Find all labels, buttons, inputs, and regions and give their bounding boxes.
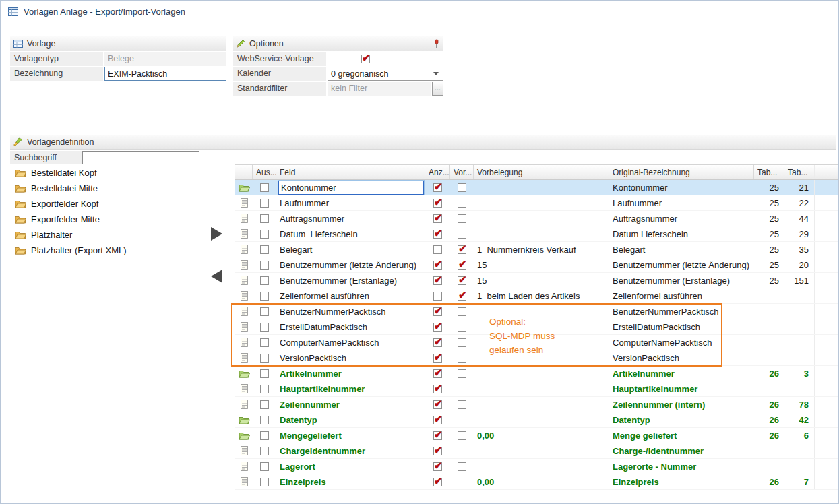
vor-checkbox[interactable] (458, 230, 466, 239)
category-item[interactable]: Bestelldatei Mitte (10, 181, 147, 196)
table-row[interactable]: Benutzernummer (Erstanlage)15Benutzernum… (235, 273, 838, 288)
aus-checkbox[interactable] (260, 261, 269, 270)
vor-checkbox[interactable] (458, 276, 466, 285)
table-row[interactable]: Zeilenformel ausführen1 beim Laden des A… (235, 288, 838, 304)
table-row[interactable]: LaufnummerLaufnummer2522 (235, 195, 838, 211)
vor-checkbox[interactable] (458, 369, 466, 378)
anz-checkbox[interactable] (433, 199, 442, 208)
table-row[interactable]: Datum_LieferscheinDatum Lieferschein2529 (235, 226, 838, 242)
column-header[interactable] (815, 165, 838, 179)
anz-checkbox[interactable] (433, 214, 442, 223)
column-header[interactable]: Tab... (784, 165, 815, 179)
category-item[interactable]: Exportfelder Kopf (10, 196, 147, 212)
aus-checkbox[interactable] (260, 292, 269, 301)
table-row[interactable]: DatentypDatentyp2642 (235, 412, 838, 428)
vor-checkbox[interactable] (458, 183, 466, 192)
table-row[interactable]: KontonummerKontonummer2521 (235, 180, 838, 195)
vor-checkbox[interactable] (458, 431, 466, 440)
column-header[interactable]: Original-Bezeichnung (609, 165, 754, 179)
table-row[interactable]: HauptartikelnummerHauptartikelnummer (235, 381, 838, 397)
aus-checkbox[interactable] (260, 400, 269, 409)
anz-checkbox[interactable] (433, 323, 442, 332)
vor-checkbox[interactable] (458, 199, 466, 208)
column-header[interactable]: Anz... (425, 165, 450, 179)
aus-checkbox[interactable] (260, 214, 269, 223)
vor-checkbox[interactable] (458, 354, 466, 363)
bezeichnung-input[interactable] (104, 67, 226, 81)
category-item[interactable]: Bestelldatei Kopf (10, 165, 147, 181)
vor-checkbox[interactable] (458, 478, 466, 486)
aus-checkbox[interactable] (260, 447, 269, 455)
vor-checkbox[interactable] (458, 245, 466, 254)
anz-checkbox[interactable] (433, 385, 442, 393)
anz-checkbox[interactable] (433, 292, 442, 301)
aus-checkbox[interactable] (260, 354, 269, 363)
table-row[interactable]: Mengegeliefert0,00Menge geliefert266 (235, 428, 838, 443)
vor-checkbox[interactable] (458, 307, 466, 316)
aus-checkbox[interactable] (260, 307, 269, 316)
aus-checkbox[interactable] (260, 323, 269, 332)
anz-checkbox[interactable] (433, 261, 442, 270)
table-row[interactable]: BenutzerNummerPacktischBenutzerNummerPac… (235, 304, 838, 319)
column-header[interactable]: Vor... (450, 165, 474, 179)
anz-checkbox[interactable] (433, 447, 442, 455)
column-header[interactable]: Vorbelegung (474, 165, 609, 179)
feld-edit-input[interactable]: Kontonummer (278, 181, 424, 195)
aus-checkbox[interactable] (260, 478, 269, 486)
pin-icon[interactable] (433, 39, 440, 49)
vor-checkbox[interactable] (458, 292, 466, 301)
anz-checkbox[interactable] (433, 462, 442, 471)
table-row[interactable]: AuftragsnummerAuftragsnummer2544 (235, 211, 838, 226)
vor-checkbox[interactable] (458, 416, 466, 424)
aus-checkbox[interactable] (260, 416, 269, 424)
category-item[interactable]: Platzhalter (10, 227, 147, 243)
aus-checkbox[interactable] (260, 183, 269, 192)
vor-checkbox[interactable] (458, 400, 466, 409)
anz-checkbox[interactable] (433, 245, 442, 254)
kalender-dropdown[interactable]: 0 gregorianisch (328, 67, 443, 81)
category-item[interactable]: Platzhalter (Export XML) (10, 243, 147, 258)
table-row[interactable]: LagerortLagerorte - Nummer (235, 459, 838, 474)
table-row[interactable]: Belegart1 Nummernkreis VerkaufBelegart25… (235, 242, 838, 257)
table-row[interactable]: Benutzernummer (letzte Änderung)15Benutz… (235, 257, 838, 273)
anz-checkbox[interactable] (433, 369, 442, 378)
anz-checkbox[interactable] (433, 478, 442, 486)
anz-checkbox[interactable] (433, 416, 442, 424)
table-row[interactable]: ZeilennummerZeilennummer (intern)2678 (235, 397, 838, 412)
table-row[interactable]: Einzelpreis0,00Einzelpreis267 (235, 474, 838, 490)
aus-checkbox[interactable] (260, 431, 269, 440)
column-header[interactable]: Feld (276, 165, 425, 179)
aus-checkbox[interactable] (260, 230, 269, 239)
aus-checkbox[interactable] (260, 369, 269, 378)
anz-checkbox[interactable] (433, 400, 442, 409)
anz-checkbox[interactable] (433, 338, 442, 347)
table-row[interactable]: ChargeIdentnummerCharge-/Identnummer (235, 443, 838, 459)
table-row[interactable]: ErstellDatumPacktischErstellDatumPacktis… (235, 319, 838, 335)
column-header[interactable]: Aus... (253, 165, 276, 179)
anz-checkbox[interactable] (433, 230, 442, 239)
column-header[interactable] (235, 165, 253, 179)
table-row[interactable]: ComputerNamePacktischComputerNamePacktis… (235, 335, 838, 350)
aus-checkbox[interactable] (260, 385, 269, 393)
anz-checkbox[interactable] (433, 354, 442, 363)
vor-checkbox[interactable] (458, 261, 466, 270)
table-row[interactable]: VersionPacktischVersionPacktisch (235, 350, 838, 366)
column-header[interactable]: Tab... (754, 165, 784, 179)
anz-checkbox[interactable] (433, 183, 442, 192)
aus-checkbox[interactable] (260, 245, 269, 254)
anz-checkbox[interactable] (433, 431, 442, 440)
aus-checkbox[interactable] (260, 276, 269, 285)
table-row[interactable]: ArtikelnummerArtikelnummer263 (235, 366, 838, 381)
vor-checkbox[interactable] (458, 323, 466, 332)
suchbegriff-input[interactable] (82, 151, 199, 164)
aus-checkbox[interactable] (260, 199, 269, 208)
vor-checkbox[interactable] (458, 447, 466, 455)
move-left-button[interactable] (211, 270, 222, 283)
category-item[interactable]: Exportfelder Mitte (10, 212, 147, 227)
anz-checkbox[interactable] (433, 276, 442, 285)
move-right-button[interactable] (211, 227, 222, 241)
aus-checkbox[interactable] (260, 462, 269, 471)
vor-checkbox[interactable] (458, 385, 466, 393)
vor-checkbox[interactable] (458, 462, 466, 471)
webservice-checkbox[interactable] (361, 55, 370, 63)
